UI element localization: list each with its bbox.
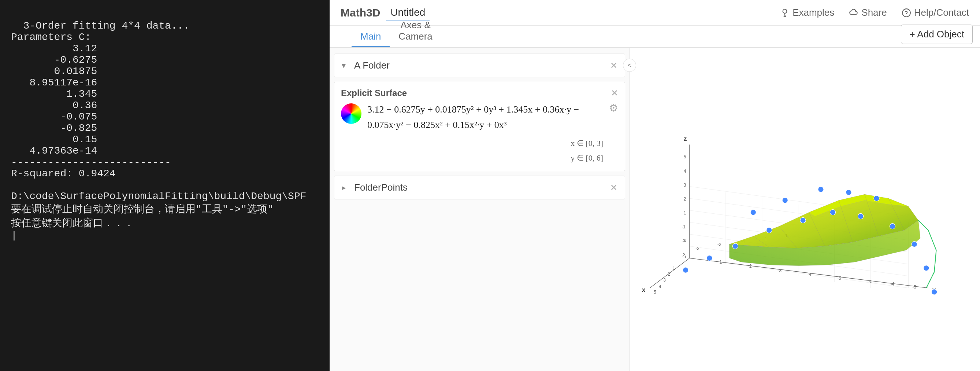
svg-text:4: 4	[659, 284, 662, 289]
collapse-sidebar-button[interactable]: <	[623, 59, 636, 72]
surface-color-picker[interactable]	[341, 103, 361, 124]
data-point-1	[750, 210, 756, 215]
x-axis-label: x	[642, 286, 646, 293]
data-point-4	[846, 190, 851, 195]
svg-text:1: 1	[684, 210, 686, 216]
surface-card-header: Explicit Surface ✕	[341, 88, 618, 98]
data-point-9	[858, 213, 863, 219]
svg-text:5: 5	[684, 154, 686, 160]
tab-axes-camera[interactable]: Axes & Camera	[390, 4, 441, 47]
svg-text:3: 3	[779, 268, 781, 273]
svg-text:2: 2	[749, 264, 752, 269]
folder-expand-icon: ▾	[342, 61, 350, 70]
data-point-14	[732, 243, 738, 249]
math3d-panel: Math3D Untitled Examples Share Help/Cont…	[329, 0, 980, 371]
surface-ranges: x ∈ [0, 3] y ∈ [0, 6]	[368, 136, 603, 165]
data-point-13	[931, 289, 937, 295]
lightbulb-icon	[780, 8, 789, 18]
folder-points-label: FolderPoints	[354, 182, 606, 193]
surface-card-title: Explicit Surface	[341, 88, 407, 98]
tab-main[interactable]: Main	[352, 27, 390, 47]
3d-viewport[interactable]: z x y 5 4 3 2 1 -1 -2 -3 1 2 3 4 5 1	[630, 48, 980, 371]
data-point-7	[800, 217, 806, 223]
folder-points[interactable]: ▸ FolderPoints ✕	[334, 176, 625, 200]
cloud-icon	[849, 8, 858, 18]
folder-points-close-button[interactable]: ✕	[610, 182, 617, 193]
folder-close-button[interactable]: ✕	[610, 61, 617, 71]
svg-text:1: 1	[719, 259, 722, 265]
nav-tabs: Main Axes & Camera + Add Object	[329, 26, 980, 48]
folder-label: A Folder	[354, 60, 606, 71]
explicit-surface-card: Explicit Surface ✕ 3.12 − 0.6275y + 0.01…	[334, 82, 625, 171]
data-point-3	[818, 187, 824, 192]
surface-formula[interactable]: 3.12 − 0.6275y + 0.01875y² + 0y³ + 1.345…	[368, 102, 603, 132]
data-point-10	[889, 224, 895, 229]
svg-text:2: 2	[668, 272, 670, 277]
surface-card-close-button[interactable]: ✕	[611, 88, 618, 98]
help-icon	[902, 8, 911, 18]
data-point-5	[874, 196, 879, 201]
svg-text:-4: -4	[891, 281, 895, 287]
svg-text:3: 3	[684, 182, 686, 188]
data-point-16	[682, 267, 688, 273]
surface-settings-button[interactable]: ⚙	[609, 102, 618, 114]
svg-text:-3: -3	[695, 246, 700, 251]
3d-chart-svg: z x y 5 4 3 2 1 -1 -2 -3 1 2 3 4 5 1	[630, 48, 980, 371]
svg-text:5: 5	[654, 289, 656, 295]
surface-card-body: 3.12 − 0.6275y + 0.01875y² + 0y³ + 1.345…	[341, 102, 618, 165]
range-x: x ∈ [0, 3]	[368, 136, 603, 151]
svg-text:-2: -2	[718, 242, 721, 247]
app-logo: Math3D	[340, 6, 380, 19]
data-point-2	[782, 198, 788, 203]
surface-edge-curve	[918, 220, 936, 288]
z-axis-label: z	[684, 135, 687, 142]
svg-text:-5: -5	[682, 254, 686, 259]
svg-text:-5: -5	[869, 279, 873, 284]
help-button[interactable]: Help/Contact	[902, 7, 969, 18]
svg-text:4: 4	[684, 169, 686, 174]
main-content: < ▾ A Folder ✕ Explicit Surface ✕ 3.12 −…	[329, 48, 980, 371]
svg-text:1: 1	[673, 266, 675, 271]
data-point-8	[830, 210, 835, 215]
svg-text:2: 2	[684, 197, 686, 201]
examples-button[interactable]: Examples	[780, 7, 834, 18]
formula-section: 3.12 − 0.6275y + 0.01875y² + 0y³ + 1.345…	[368, 102, 603, 165]
sidebar: < ▾ A Folder ✕ Explicit Surface ✕ 3.12 −…	[329, 48, 630, 371]
folder-a-folder[interactable]: ▾ A Folder ✕	[334, 54, 625, 77]
svg-text:3: 3	[663, 278, 666, 283]
svg-text:5: 5	[838, 276, 841, 281]
data-point-6	[767, 227, 772, 233]
svg-text:-4: -4	[682, 238, 686, 243]
add-object-button[interactable]: + Add Object	[901, 24, 973, 44]
svg-point-1	[902, 9, 910, 17]
data-point-11	[912, 241, 917, 247]
data-point-12	[924, 265, 929, 271]
svg-text:-5: -5	[912, 285, 916, 289]
terminal-panel: 3-Order fitting 4*4 data... Parameters C…	[0, 0, 329, 371]
top-actions: Examples Share Help/Contact	[780, 7, 969, 18]
share-button[interactable]: Share	[849, 7, 887, 18]
svg-text:4: 4	[809, 272, 811, 277]
folder-points-expand-icon: ▸	[342, 183, 350, 192]
terminal-content: 3-Order fitting 4*4 data... Parameters C…	[11, 20, 307, 241]
svg-text:-1: -1	[681, 224, 686, 229]
range-y: y ∈ [0, 6]	[368, 151, 603, 165]
svg-point-0	[783, 9, 787, 13]
data-point-15	[707, 255, 712, 261]
